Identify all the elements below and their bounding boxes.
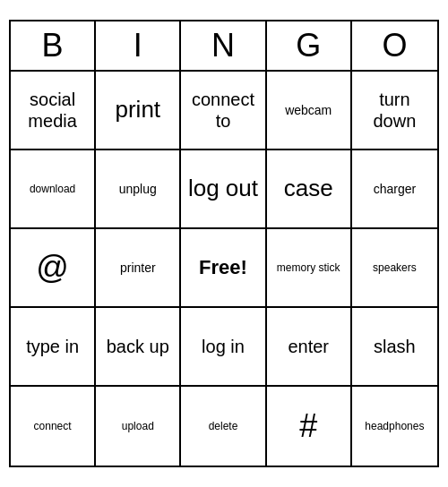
bingo-header: BINGO — [11, 21, 437, 72]
bingo-card: BINGO social mediaprintconnect towebcamt… — [9, 20, 439, 467]
bingo-cell-22: delete — [181, 387, 266, 466]
bingo-cell-2: connect to — [181, 72, 266, 150]
header-letter-B: B — [11, 21, 96, 70]
bingo-cell-13: memory stick — [267, 229, 352, 308]
bingo-cell-16: back up — [96, 308, 181, 387]
bingo-cell-20: connect — [11, 387, 96, 466]
bingo-cell-8: case — [267, 150, 352, 229]
bingo-cell-18: enter — [267, 308, 352, 387]
bingo-cell-1: print — [96, 72, 181, 150]
bingo-cell-6: unplug — [96, 150, 181, 229]
bingo-cell-21: upload — [96, 387, 181, 466]
header-letter-N: N — [181, 21, 266, 70]
bingo-cell-11: printer — [96, 229, 181, 308]
header-letter-G: G — [267, 21, 352, 70]
bingo-cell-3: webcam — [267, 72, 352, 150]
bingo-cell-5: download — [11, 150, 96, 229]
bingo-cell-14: speakers — [352, 229, 437, 308]
bingo-cell-15: type in — [11, 308, 96, 387]
bingo-grid: social mediaprintconnect towebcamturn do… — [11, 72, 437, 466]
bingo-cell-4: turn down — [352, 72, 437, 150]
bingo-cell-24: headphones — [352, 387, 437, 466]
bingo-cell-0: social media — [11, 72, 96, 150]
bingo-cell-19: slash — [352, 308, 437, 387]
header-letter-O: O — [352, 21, 437, 70]
bingo-cell-23: # — [267, 387, 352, 466]
bingo-cell-7: log out — [181, 150, 266, 229]
bingo-cell-10: @ — [11, 229, 96, 308]
bingo-cell-17: log in — [181, 308, 266, 387]
bingo-cell-9: charger — [352, 150, 437, 229]
bingo-cell-12: Free! — [181, 229, 266, 308]
header-letter-I: I — [96, 21, 181, 70]
